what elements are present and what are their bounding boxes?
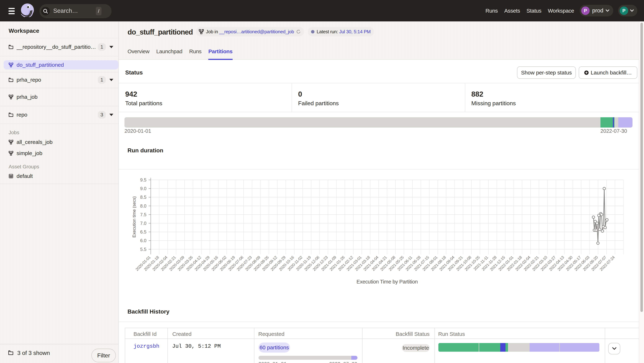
svg-text:Execution time (secs): Execution time (secs) — [132, 196, 136, 238]
svg-text:8.5: 8.5 — [140, 195, 146, 200]
svg-text:Execution Time by Partition: Execution Time by Partition — [356, 279, 418, 284]
svg-text:9.0: 9.0 — [140, 186, 146, 191]
svg-text:6.0: 6.0 — [140, 238, 146, 243]
svg-text:7.5: 7.5 — [140, 212, 146, 217]
svg-text:8.0: 8.0 — [140, 204, 146, 208]
svg-text:5.5: 5.5 — [140, 247, 146, 252]
svg-text:7.0: 7.0 — [140, 221, 146, 226]
svg-text:9.5: 9.5 — [140, 177, 146, 182]
svg-text:6.5: 6.5 — [140, 229, 146, 234]
